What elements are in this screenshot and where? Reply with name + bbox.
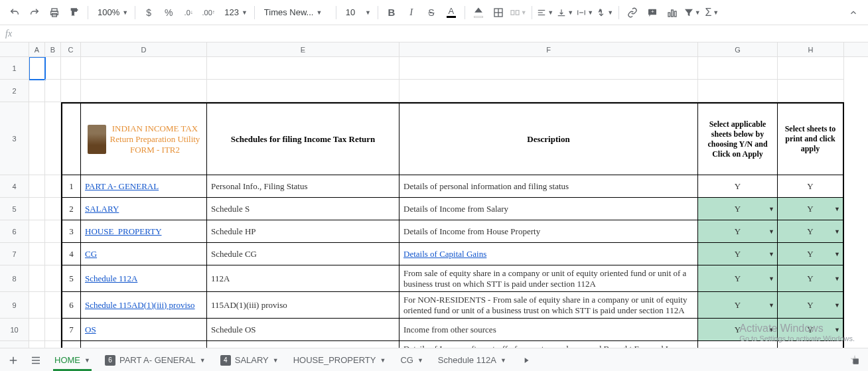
schedule-cell[interactable]: CYLA-BFLA <box>81 341 207 348</box>
cell[interactable] <box>45 243 61 265</box>
schedule-name-cell[interactable]: Schedule OS <box>207 319 399 341</box>
cell[interactable] <box>45 341 61 348</box>
schedule-cell[interactable]: CG <box>81 243 207 265</box>
cell[interactable] <box>29 102 45 175</box>
schedule-name-cell[interactable]: 115AD(1)(iii) proviso <box>207 292 399 319</box>
schedule-link[interactable]: Schedule 112A <box>85 273 137 284</box>
cell[interactable] <box>29 341 45 348</box>
row-header[interactable]: 11 <box>0 341 29 348</box>
column-header-B[interactable]: B <box>45 42 61 56</box>
collapse-toolbar-button[interactable] <box>844 3 863 22</box>
bold-button[interactable]: B <box>382 3 401 22</box>
spreadsheet-grid[interactable]: ABCDEFGH 123INDIAN INCOME TAXReturn Prep… <box>0 42 868 348</box>
row-header[interactable]: 7 <box>0 243 29 265</box>
strikethrough-button[interactable]: S <box>422 3 441 22</box>
paint-format-button[interactable] <box>65 3 84 22</box>
schedule-cell[interactable]: SALARY <box>81 198 207 220</box>
all-sheets-button[interactable] <box>25 350 46 371</box>
schedule-name-cell[interactable]: Personal Info., Filing Status <box>207 175 399 198</box>
description-cell[interactable]: Details of Income after set-off of curre… <box>399 341 698 348</box>
cell[interactable] <box>29 319 45 341</box>
cell[interactable] <box>45 80 61 102</box>
schedule-link[interactable]: SALARY <box>85 204 119 214</box>
sheet-tab-cg[interactable]: CG▼ <box>394 350 429 371</box>
cell[interactable] <box>45 102 61 175</box>
sheet-tab-part-a-general[interactable]: 6PART A- GENERAL▼ <box>98 350 212 371</box>
schedule-link[interactable]: Schedule 115AD(1)(iii) proviso <box>85 300 195 311</box>
select-print-cell[interactable]: Y▼ <box>778 198 844 220</box>
cell[interactable] <box>45 198 61 220</box>
borders-button[interactable] <box>489 3 508 22</box>
description-cell[interactable]: Details of personal information and fili… <box>399 175 698 198</box>
cell[interactable] <box>698 80 778 102</box>
cell[interactable] <box>61 57 81 80</box>
currency-button[interactable]: $ <box>139 3 158 22</box>
select-applicable-cell[interactable]: Y▼ <box>698 243 778 265</box>
schedule-cell[interactable]: Schedule 112A <box>81 265 207 292</box>
sheet-tab-house-property[interactable]: HOUSE_PROPERTY▼ <box>287 350 393 371</box>
row-header[interactable]: 4 <box>0 175 29 198</box>
cell[interactable] <box>29 220 45 243</box>
cell[interactable] <box>61 80 81 102</box>
cell[interactable] <box>45 265 61 292</box>
schedule-name-cell[interactable]: Schedule S <box>207 198 399 220</box>
row-header[interactable]: 2 <box>0 80 29 102</box>
description-cell[interactable]: For NON-RESIDENTS - From sale of equity … <box>399 292 698 319</box>
cell[interactable] <box>399 57 698 80</box>
row-header[interactable]: 1 <box>0 57 29 80</box>
cell[interactable] <box>29 80 45 102</box>
select-all-corner[interactable] <box>0 42 29 56</box>
schedule-name-cell[interactable]: 112A <box>207 265 399 292</box>
row-header[interactable]: 3 <box>0 102 29 175</box>
description-cell[interactable]: Income from other sources <box>399 319 698 341</box>
column-header-G[interactable]: G <box>698 42 778 56</box>
select-print-cell[interactable]: Y▼ <box>778 319 844 341</box>
schedule-name-cell[interactable]: Schedule CYLA, Schedule BFLA <box>207 341 399 348</box>
schedule-cell[interactable]: OS <box>81 319 207 341</box>
cell[interactable] <box>29 292 45 319</box>
sheet-tab-home[interactable]: HOME▼ <box>48 350 97 371</box>
insert-link-button[interactable] <box>623 3 642 22</box>
select-print-cell[interactable]: Y▼ <box>778 265 844 292</box>
cell[interactable] <box>45 57 61 80</box>
filter-button[interactable]: ▼ <box>683 3 701 22</box>
column-header-D[interactable]: D <box>81 42 207 56</box>
select-applicable-cell[interactable]: Y▼ <box>698 292 778 319</box>
percent-button[interactable]: % <box>159 3 178 22</box>
row-header[interactable]: 5 <box>0 198 29 220</box>
functions-button[interactable]: Σ▼ <box>703 3 721 22</box>
schedule-link[interactable]: PART A- GENERAL <box>85 181 159 192</box>
select-applicable-cell[interactable]: Y▼ <box>698 220 778 243</box>
cell[interactable] <box>45 220 61 243</box>
column-header-E[interactable]: E <box>207 42 399 56</box>
undo-button[interactable] <box>5 3 24 22</box>
select-applicable-cell[interactable]: Y▼ <box>698 198 778 220</box>
add-sheet-button[interactable] <box>3 350 24 371</box>
cell[interactable] <box>45 292 61 319</box>
schedule-cell[interactable]: PART A- GENERAL <box>81 175 207 198</box>
select-print-cell[interactable]: Y▼ <box>778 243 844 265</box>
fill-color-button[interactable] <box>469 3 488 22</box>
cell[interactable] <box>29 175 45 198</box>
cell[interactable] <box>45 319 61 341</box>
column-header-C[interactable]: C <box>61 42 81 56</box>
sheet-tab-schedule-112a[interactable]: Schedule 112A▼ <box>431 350 513 371</box>
cell[interactable] <box>399 80 698 102</box>
schedule-link[interactable]: HOUSE_PROPERTY <box>85 226 162 237</box>
cell[interactable] <box>45 175 61 198</box>
explore-button[interactable] <box>844 350 865 371</box>
schedule-name-cell[interactable]: Schedule CG <box>207 243 399 265</box>
description-cell[interactable]: Details of Income from House Property <box>399 220 698 243</box>
cell[interactable] <box>29 198 45 220</box>
italic-button[interactable]: I <box>402 3 421 22</box>
row-header[interactable]: 6 <box>0 220 29 243</box>
selected-cell[interactable] <box>29 57 45 80</box>
description-cell[interactable]: Details of Income from Salary <box>399 198 698 220</box>
vertical-align-button[interactable]: ▼ <box>556 3 575 22</box>
schedule-link[interactable]: CG <box>85 249 97 260</box>
row-header[interactable]: 8 <box>0 265 29 292</box>
zoom-combo[interactable]: 100%▼ <box>92 5 131 21</box>
decrease-decimal-button[interactable]: .0↓ <box>179 3 198 22</box>
redo-button[interactable] <box>25 3 44 22</box>
print-button[interactable] <box>45 3 64 22</box>
